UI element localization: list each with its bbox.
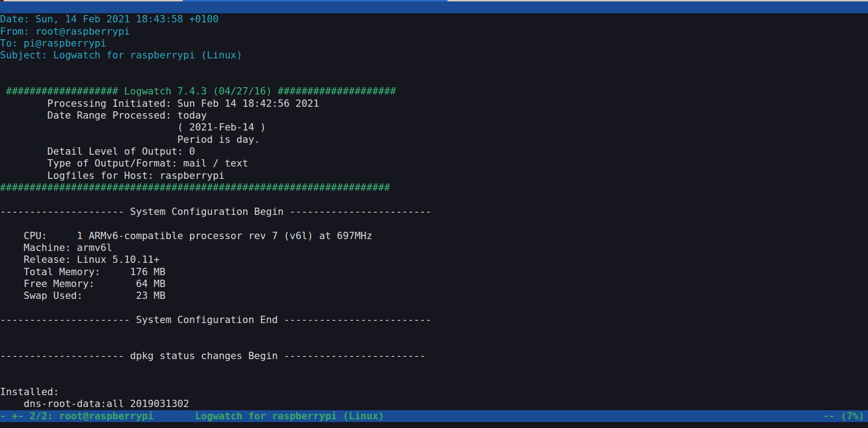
header-date: Date: Sun, 14 Feb 2021 18:43:58 +0100 (0, 13, 868, 25)
body-line: dns-root-data:all 2019031302 (0, 398, 868, 410)
header-to: To: pi@raspberrypi (0, 37, 868, 49)
status-bar: - +- 2/2: root@raspberrypi Logwatch for … (0, 410, 868, 422)
body-line (0, 218, 868, 230)
body-line: --------------------- System Configurati… (0, 206, 868, 218)
edge-segment-blue (183, 0, 447, 1)
help-bar: i:Quitter -:PgPréc <Space>:PgSuiv v:Voir… (0, 1, 868, 13)
body-line: Period is day. (0, 134, 868, 146)
body-line (0, 374, 868, 386)
status-bar-right: -- (7%) (823, 410, 864, 422)
header-subject: Subject: Logwatch for raspberrypi (Linux… (0, 49, 868, 61)
edge-segment-beige-left (4, 0, 183, 1)
body-line: Swap Used: 23 MB (0, 290, 868, 302)
body-line: Release: Linux 5.10.11+ (0, 254, 868, 266)
body-line: Date Range Processed: today (0, 110, 868, 121)
body-line: Installed: (0, 386, 868, 398)
status-bar-left: - +- 2/2: root@raspberrypi Logwatch for … (0, 410, 384, 422)
body-line: ################### Logwatch 7.4.3 (04/2… (0, 85, 868, 97)
edge-segment-beige-right (447, 0, 868, 1)
body-line (0, 62, 868, 73)
body-line (0, 73, 868, 85)
body-line: Processing Initiated: Sun Feb 14 18:42:5… (0, 98, 868, 110)
body-line: Free Memory: 64 MB (0, 278, 868, 290)
top-edge-sliver (0, 0, 868, 1)
body-line: ---------------------- System Configurat… (0, 314, 868, 326)
body-line: ( 2021-Feb-14 ) (0, 121, 868, 133)
body-line (0, 194, 868, 206)
body-line: --------------------- dpkg status change… (0, 350, 868, 362)
body-line (0, 362, 868, 374)
body-line (0, 338, 868, 350)
body-line: Detail Level of Output: 0 (0, 146, 868, 157)
message-body: ################### Logwatch 7.4.3 (04/2… (0, 62, 868, 410)
header-from: From: root@raspberrypi (0, 26, 868, 37)
terminal-window[interactable]: i:Quitter -:PgPréc <Space>:PgSuiv v:Voir… (0, 0, 868, 428)
body-line: ########################################… (0, 182, 868, 193)
body-line: Total Memory: 176 MB (0, 266, 868, 278)
pager-content: Date: Sun, 14 Feb 2021 18:43:58 +0100 Fr… (0, 13, 868, 410)
body-line: Logfiles for Host: raspberrypi (0, 170, 868, 182)
body-line: Machine: armv6l (0, 242, 868, 254)
body-line: CPU: 1 ARMv6-compatible processor rev 7 … (0, 230, 868, 242)
body-line (0, 326, 868, 338)
body-line: Type of Output/Format: mail / text (0, 157, 868, 169)
body-line (0, 302, 868, 314)
edge-segment-maroon (0, 0, 4, 1)
